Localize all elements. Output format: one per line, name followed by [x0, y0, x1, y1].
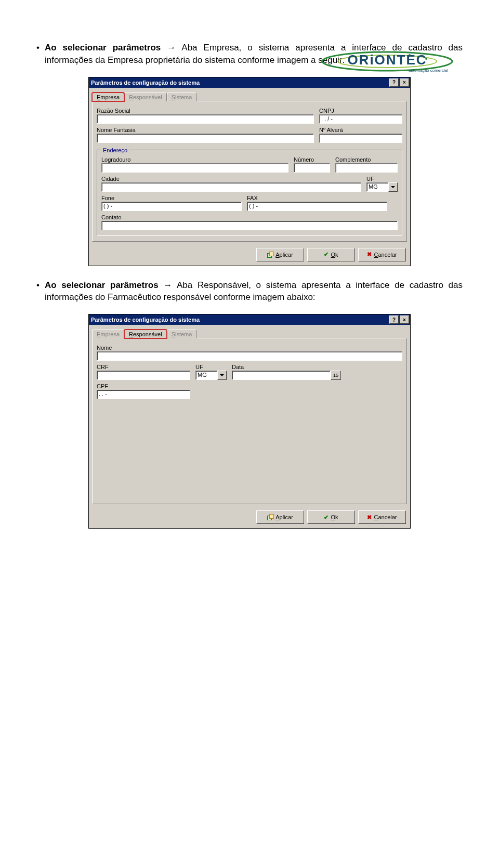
label-contato: Contato [101, 214, 398, 220]
dialog-title: Parâmetros de configuração do sistema [91, 80, 388, 86]
cancelar-button[interactable]: ✖ Cancelar [358, 248, 406, 261]
input-data[interactable] [232, 371, 331, 380]
x-icon: ✖ [367, 251, 372, 258]
paragraph-responsavel: • Ao selecionar parâmetros → Aba Respons… [36, 279, 463, 304]
label-fone: Fone [101, 195, 242, 201]
select-uf[interactable]: MG [366, 182, 398, 192]
check-icon: ✔ [324, 514, 329, 521]
input-cnpj[interactable]: . . / - [319, 114, 402, 124]
bullet-icon: • [36, 279, 40, 292]
ok-button[interactable]: ✔ Ok [307, 248, 355, 261]
label-nome: Nome [97, 345, 402, 351]
check-icon: ✔ [324, 251, 329, 258]
label-n-alvara: Nº Alvará [319, 127, 402, 133]
legend-endereco: Endereço [101, 147, 129, 153]
input-razao-social[interactable] [97, 114, 314, 124]
label-cpf: CPF [97, 383, 190, 389]
input-cpf[interactable]: . . - [97, 390, 190, 399]
group-endereco: Endereço Logradouro Número Complemento [97, 147, 402, 236]
tab-sistema[interactable]: Sistema [167, 330, 197, 338]
label-fax: FAX [247, 195, 387, 201]
calendar-icon: 15 [333, 373, 338, 378]
para1-prefix: Ao selecionar parâmetros [45, 43, 167, 52]
input-nome-fantasia[interactable] [97, 134, 314, 143]
tab-panel-empresa: Razão Social CNPJ . . / - Nome Fantasia … [92, 101, 407, 242]
input-contato[interactable] [101, 221, 398, 230]
tabs: Empresa Responsável Sistema [92, 90, 407, 101]
chevron-down-icon [217, 371, 227, 380]
label-razao-social: Razão Social [97, 108, 314, 114]
label-crf: CRF [97, 364, 190, 370]
titlebar-close-button[interactable]: × [400, 315, 409, 324]
logo-text: ORiONTEC [347, 52, 427, 68]
input-logradouro[interactable] [101, 163, 288, 173]
tab-responsavel[interactable]: Responsável [124, 330, 167, 338]
close-icon: × [403, 80, 406, 85]
dialog-title: Parâmetros de configuração do sistema [91, 317, 388, 323]
calendar-button[interactable]: 15 [331, 371, 341, 380]
input-fone[interactable]: ( ) - [101, 202, 242, 211]
apply-icon [267, 252, 273, 258]
aplicar-button[interactable]: Aplicar [256, 510, 304, 524]
select-uf[interactable]: MG [195, 371, 227, 380]
para2-prefix: Ao selecionar parâmetros [45, 280, 163, 290]
aplicar-button[interactable]: Aplicar [256, 248, 304, 261]
label-data: Data [232, 364, 341, 370]
help-icon: ? [392, 317, 396, 323]
titlebar: Parâmetros de configuração do sistema ? … [89, 77, 410, 88]
cancelar-button[interactable]: ✖ Cancelar [358, 510, 406, 524]
input-nome[interactable] [97, 351, 402, 361]
label-cidade: Cidade [101, 176, 361, 182]
close-icon: × [403, 317, 406, 323]
input-n-alvara[interactable] [319, 134, 402, 143]
label-numero: Número [294, 156, 330, 163]
bullet-icon: • [36, 42, 40, 54]
ok-button[interactable]: ✔ Ok [307, 510, 355, 524]
label-nome-fantasia: Nome Fantasia [97, 127, 314, 133]
tab-responsavel[interactable]: Responsável [124, 93, 167, 101]
titlebar-help-button[interactable]: ? [389, 315, 399, 324]
label-uf: UF [195, 364, 227, 370]
titlebar-help-button[interactable]: ? [389, 78, 399, 87]
label-cnpj: CNPJ [319, 108, 402, 114]
x-icon: ✖ [367, 514, 372, 521]
button-bar: Aplicar ✔ Ok ✖ Cancelar [89, 507, 410, 528]
label-logradouro: Logradouro [101, 156, 288, 163]
chevron-down-icon [388, 182, 398, 192]
dialog-parametros-empresa: Parâmetros de configuração do sistema ? … [88, 77, 411, 266]
tab-empresa[interactable]: Empresa [92, 330, 124, 338]
logo-tagline: automação comercial [409, 68, 448, 73]
tabs: Empresa Responsável Sistema [92, 327, 407, 338]
arrow-icon: → [167, 43, 176, 52]
logo: ORiONTEC automação comercial [317, 47, 457, 78]
titlebar-close-button[interactable]: × [400, 78, 409, 87]
titlebar: Parâmetros de configuração do sistema ? … [89, 314, 410, 325]
input-fax[interactable]: ( ) - [247, 202, 387, 211]
tab-panel-responsavel: Nome CRF UF MG Data [92, 338, 407, 504]
arrow-icon: → [163, 280, 172, 290]
label-complemento: Complemento [335, 156, 398, 163]
input-complemento[interactable] [335, 163, 398, 173]
input-crf[interactable] [97, 371, 190, 380]
input-cidade[interactable] [101, 182, 361, 192]
apply-icon [267, 514, 273, 520]
dialog-parametros-responsavel: Parâmetros de configuração do sistema ? … [88, 314, 411, 529]
help-icon: ? [392, 80, 396, 85]
tab-empresa[interactable]: Empresa [92, 93, 124, 101]
input-numero[interactable] [294, 163, 330, 173]
tab-sistema[interactable]: Sistema [167, 93, 197, 101]
label-uf: UF [366, 176, 398, 182]
button-bar: Aplicar ✔ Ok ✖ Cancelar [89, 245, 410, 266]
